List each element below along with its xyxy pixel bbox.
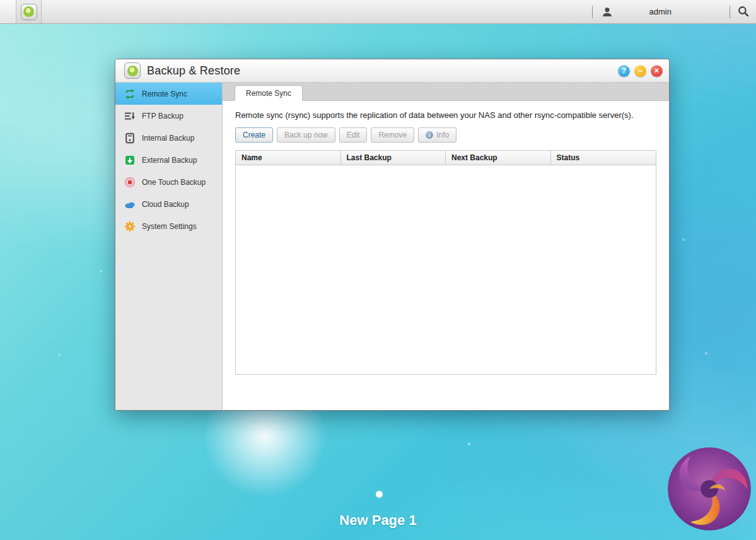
window-title: Backup & Restore (147, 64, 240, 78)
close-button[interactable]: × (651, 65, 663, 77)
main-content: Remote Sync Remote sync (rsync) supports… (223, 83, 669, 410)
search-icon[interactable] (738, 6, 750, 18)
external-backup-icon (124, 155, 136, 166)
sidebar-item-remote-sync[interactable]: Remote Sync (115, 83, 222, 105)
help-button[interactable]: ? (618, 65, 630, 77)
info-button[interactable]: i Info (418, 127, 457, 143)
tab-remote-sync[interactable]: Remote Sync (235, 85, 303, 101)
column-header-status[interactable]: Status (551, 151, 656, 165)
create-button[interactable]: Create (235, 127, 273, 143)
table-header-row: Name Last Backup Next Backup Status (236, 151, 656, 165)
window-titlebar[interactable]: Backup & Restore ? – × (115, 59, 669, 83)
sidebar-item-ftp-backup[interactable]: FTP Backup (115, 105, 222, 127)
sidebar-item-cloud-backup[interactable]: Cloud Backup (115, 193, 222, 215)
info-button-label: Info (436, 131, 449, 139)
backup-app-icon (21, 4, 37, 20)
sidebar-item-label: FTP Backup (142, 112, 183, 120)
topbar-divider (592, 6, 593, 18)
ftp-backup-icon (124, 110, 136, 122)
minimize-button[interactable]: – (634, 65, 646, 77)
column-header-next-backup[interactable]: Next Backup (446, 151, 551, 165)
toolbar: Create Back up now Edit Remove i Info (235, 127, 656, 143)
sidebar-item-one-touch-backup[interactable]: One Touch Backup (115, 171, 222, 193)
jobs-table: Name Last Backup Next Backup Status (235, 150, 656, 375)
remove-button[interactable]: Remove (371, 127, 414, 143)
desktop-page-label: New Page 1 (0, 512, 756, 529)
sidebar: Remote Sync FTP Backup Internal Backup E… (115, 83, 223, 410)
sidebar-item-label: Internal Backup (142, 134, 194, 143)
sidebar-item-label: One Touch Backup (142, 178, 206, 187)
remote-sync-icon (124, 88, 136, 100)
sidebar-item-label: External Backup (142, 156, 197, 165)
taskbar-app-button[interactable] (16, 0, 42, 23)
column-header-name[interactable]: Name (236, 151, 341, 165)
column-header-last-backup[interactable]: Last Backup (341, 151, 446, 165)
backup-now-button[interactable]: Back up now (277, 127, 335, 143)
internal-backup-icon (124, 132, 136, 144)
sidebar-item-label: Remote Sync (142, 90, 187, 98)
user-menu[interactable]: admin (649, 7, 672, 16)
remote-sync-description: Remote sync (rsync) supports the replica… (235, 110, 656, 120)
cloud-backup-icon (124, 199, 136, 210)
backup-restore-icon (124, 62, 141, 79)
topbar: admin (0, 0, 756, 24)
one-touch-backup-icon (124, 177, 136, 188)
topbar-divider (730, 6, 730, 18)
backup-restore-window: Backup & Restore ? – × Remote Sync FTP B… (115, 59, 670, 411)
tabbar: Remote Sync (223, 83, 669, 101)
system-settings-gear-icon (124, 221, 136, 232)
sidebar-item-internal-backup[interactable]: Internal Backup (115, 127, 222, 149)
qnap-swirl-logo (665, 444, 753, 534)
table-body-empty (236, 165, 656, 374)
user-icon (602, 6, 613, 18)
sidebar-item-label: Cloud Backup (142, 200, 189, 209)
edit-button[interactable]: Edit (339, 127, 368, 143)
page-indicator-dot[interactable] (376, 491, 383, 498)
sidebar-item-label: System Settings (142, 222, 197, 231)
sidebar-item-system-settings[interactable]: System Settings (115, 215, 222, 237)
sidebar-item-external-backup[interactable]: External Backup (115, 149, 222, 171)
info-icon: i (426, 131, 433, 139)
show-desktop-button[interactable] (0, 0, 16, 23)
